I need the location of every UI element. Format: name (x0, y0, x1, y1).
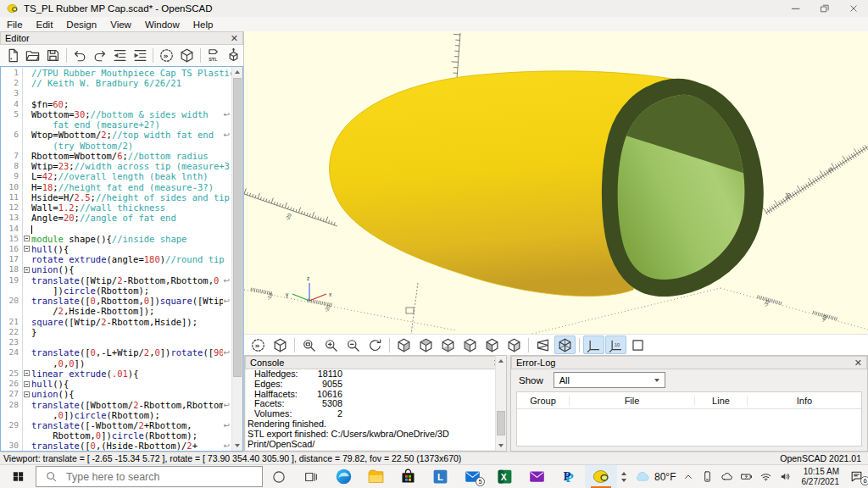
paypal-button[interactable]: PP (553, 465, 585, 488)
menu-design[interactable]: Design (59, 19, 103, 30)
search-input[interactable] (64, 470, 237, 484)
close-icon[interactable]: ✕ (231, 34, 238, 43)
show-hidden-icons-button[interactable] (679, 465, 698, 488)
view-front-button[interactable] (481, 336, 503, 354)
code-row[interactable]: 28translate([Wbottom/2-Rbottom,Rbottom↩ (1, 400, 231, 410)
fold-marker-icon[interactable] (24, 246, 30, 252)
preview-button[interactable]: » (248, 336, 269, 354)
libreoffice-button[interactable]: L (424, 465, 456, 488)
fold-marker-icon[interactable] (24, 391, 30, 397)
start-button[interactable] (0, 465, 36, 488)
store-button[interactable] (392, 465, 424, 488)
code-row[interactable]: 23 (1, 337, 231, 347)
code-row[interactable]: 22} (1, 327, 231, 337)
export-stl-button[interactable]: STL (204, 47, 224, 65)
task-view-button[interactable] (295, 465, 327, 488)
view-right-button[interactable] (393, 336, 415, 354)
code-row[interactable]: 9L=42;//overall length (beak lnth) (1, 171, 231, 181)
code-row[interactable]: 2// Keith W. Bradbury 6/26/21 (1, 78, 231, 88)
show-axes-button[interactable] (583, 336, 604, 354)
close-button[interactable] (839, 0, 868, 17)
unindent-button[interactable] (110, 47, 130, 65)
editor-scrollbar[interactable] (231, 67, 242, 451)
scroll-down-icon[interactable] (496, 441, 506, 451)
new-file-button[interactable] (3, 47, 23, 65)
code-row[interactable]: 1//TPU Rubber Mouthpiece Cap TS Plastic (1, 68, 231, 78)
send-to-print-button[interactable] (224, 47, 243, 65)
code-row[interactable]: 12Wall=1.2;//wall thickness (1, 202, 231, 213)
taskbar-search[interactable] (36, 466, 263, 487)
code-row[interactable]: 19translate([Wtip/2-Rbottom,Rbottom,0↩ (1, 275, 231, 286)
orthogonal-view-button[interactable] (554, 336, 576, 354)
zoom-in-button[interactable] (320, 336, 342, 354)
notification-center-button[interactable]: 6 (845, 465, 868, 488)
battery-icon[interactable] (737, 465, 756, 488)
cortana-button[interactable] (263, 465, 295, 488)
code-row[interactable]: 27union(){ (1, 389, 231, 399)
code-row[interactable]: 17rotate_extrude(angle=180)//round tip (1, 254, 231, 264)
code-row[interactable]: 20translate([0,Rbottom,0])square([Wtip↩ (1, 296, 231, 306)
code-row[interactable]: 11Hside=H/2.5;//height of sides and tip (1, 192, 231, 202)
menu-file[interactable]: File (0, 19, 30, 30)
console-output[interactable]: Halfedges:18110Edges:9055Halffacets:1061… (246, 369, 505, 450)
column-header-info[interactable]: Info (748, 396, 861, 406)
menu-edit[interactable]: Edit (30, 19, 60, 30)
scroll-up-icon[interactable] (232, 67, 242, 77)
phone-link-icon[interactable] (698, 465, 717, 488)
code-row[interactable]: ,0,0]) (1, 358, 231, 369)
restore-button[interactable] (810, 0, 839, 17)
code-row[interactable]: 21square([Wtip/2-Rbottom,Hside]); (1, 317, 231, 327)
zoom-all-button[interactable] (298, 336, 320, 354)
code-row[interactable]: 25linear_extrude(.01){ (1, 369, 231, 379)
render-button[interactable] (270, 336, 291, 354)
code-row[interactable]: 8Wtip=23;//width across tip (measure+3) (1, 161, 231, 171)
fold-marker-icon[interactable] (24, 236, 30, 241)
code-row[interactable]: 15module shape(){//inside shape (1, 234, 231, 244)
minimize-button[interactable] (782, 0, 810, 17)
code-row[interactable]: 13Angle=20;//angle of fat end (1, 213, 231, 223)
wifi-icon[interactable] (756, 465, 776, 488)
error-log-panel-header[interactable]: Error-Log ✕ (511, 356, 867, 369)
volume-icon[interactable] (776, 465, 795, 488)
code-row[interactable]: ,0])circle(Rbottom); (1, 410, 231, 420)
taskbar-scroll-arrows[interactable] (617, 472, 631, 482)
mail-purple-button[interactable] (520, 465, 553, 488)
render-button[interactable] (177, 47, 197, 65)
save-file-button[interactable] (43, 47, 63, 65)
zoom-out-button[interactable] (342, 336, 364, 354)
onedrive-icon[interactable] (717, 465, 737, 488)
code-row[interactable]: 16hull(){ (1, 244, 231, 254)
error-filter-dropdown[interactable]: All (554, 372, 665, 388)
view-left-button[interactable] (459, 336, 481, 354)
edge-button[interactable] (327, 465, 359, 488)
code-row[interactable]: 6Wtop=Wbottom/2;//top width fat end↩ (1, 130, 231, 140)
indent-button[interactable] (131, 47, 150, 65)
editor-panel-header[interactable]: Editor ✕ (0, 31, 243, 45)
code-row[interactable]: ])circle(Rbottom); (1, 286, 231, 296)
code-row[interactable]: 24translate([0,-L+Wtip/2,0])rotate([90↩ (1, 347, 231, 358)
mail-button[interactable]: 5 (456, 465, 488, 488)
scrollbar-thumb[interactable] (233, 78, 242, 377)
file-explorer-button[interactable] (359, 465, 392, 488)
fold-marker-icon[interactable] (24, 381, 30, 387)
scroll-up-icon[interactable] (496, 356, 506, 366)
code-row[interactable]: (try Wbottom/2) (1, 141, 231, 151)
view-back-button[interactable] (504, 336, 525, 354)
code-row[interactable]: 14 (1, 224, 231, 234)
preview-button[interactable]: » (157, 47, 176, 65)
console-panel-header[interactable]: Console ✕ (245, 356, 506, 369)
scrollbar-thumb[interactable] (497, 411, 505, 435)
weather-temp[interactable]: 80°F (654, 471, 679, 483)
code-row[interactable]: fat end (measure+2?) (1, 119, 231, 130)
view-bottom-button[interactable] (437, 336, 459, 354)
undo-button[interactable] (70, 47, 90, 65)
console-scrollbar[interactable] (495, 356, 506, 451)
code-row[interactable]: 18union(){ (1, 264, 231, 274)
show-scale-markers-button[interactable]: 10 (605, 336, 626, 354)
menu-view[interactable]: View (103, 19, 138, 30)
show-crosshairs-button[interactable] (627, 336, 648, 354)
column-header-line[interactable]: Line (695, 396, 748, 406)
code-row[interactable]: /2,Hside-Rbottom]); (1, 306, 231, 316)
code-row[interactable]: Rbottom,0])circle(Rbottom); (1, 430, 231, 441)
openscad-button[interactable] (585, 465, 617, 488)
